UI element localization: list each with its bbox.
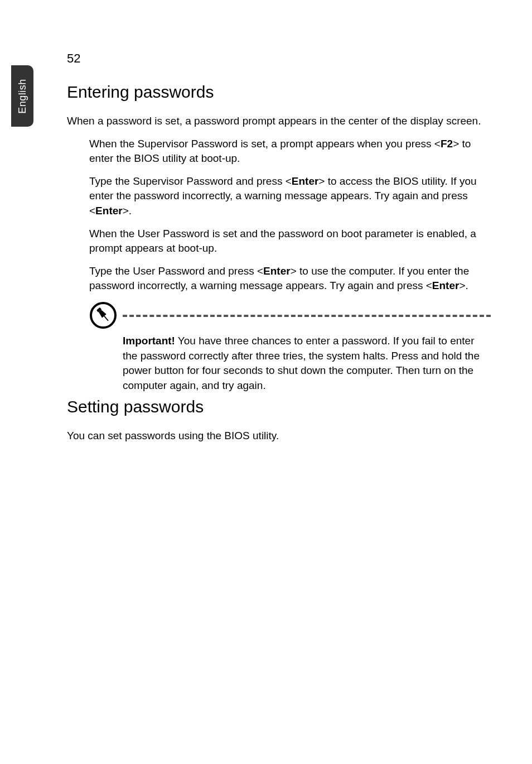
bullet-4: Type the User Password and press <Enter>… bbox=[89, 264, 491, 294]
key-enter: Enter bbox=[292, 175, 319, 187]
key-f2: F2 bbox=[441, 138, 453, 150]
bullet-3-text: When the User Password is set and the pa… bbox=[89, 227, 491, 256]
key-enter: Enter bbox=[432, 280, 460, 291]
bullet-3: When the User Password is set and the pa… bbox=[89, 227, 491, 256]
heading-setting-passwords: Setting passwords bbox=[67, 397, 491, 416]
bullet-4-text: Type the User Password and press <Enter>… bbox=[89, 264, 491, 294]
text-fragment: >. bbox=[459, 280, 468, 291]
intro-paragraph: When a password is set, a password promp… bbox=[67, 114, 491, 129]
key-enter: Enter bbox=[263, 265, 291, 277]
note-label: Important! bbox=[123, 335, 175, 347]
bullet-1: When the Supervisor Password is set, a p… bbox=[89, 137, 491, 166]
bullet-2-text: Type the Supervisor Password and press <… bbox=[89, 174, 491, 219]
page-root: English 52 Entering passwords When a pas… bbox=[0, 0, 532, 764]
setting-passwords-body: You can set passwords using the BIOS uti… bbox=[67, 429, 491, 444]
heading-entering-passwords: Entering passwords bbox=[67, 83, 491, 102]
content-area: Entering passwords When a password is se… bbox=[67, 78, 491, 451]
note-text: Important! You have three chances to ent… bbox=[123, 334, 491, 393]
pushpin-icon bbox=[89, 301, 117, 331]
dashed-divider bbox=[123, 315, 491, 317]
note-block bbox=[67, 301, 491, 330]
text-fragment: >. bbox=[123, 205, 132, 217]
text-fragment: Type the Supervisor Password and press < bbox=[89, 175, 292, 187]
note-body: You have three chances to enter a passwo… bbox=[123, 335, 480, 391]
language-tab: English bbox=[11, 65, 33, 127]
page-number: 52 bbox=[67, 51, 80, 66]
bullet-1-text: When the Supervisor Password is set, a p… bbox=[89, 137, 491, 166]
bullet-2: Type the Supervisor Password and press <… bbox=[89, 174, 491, 219]
language-label: English bbox=[17, 79, 28, 114]
svg-rect-2 bbox=[104, 316, 108, 321]
text-fragment: Type the User Password and press < bbox=[89, 265, 263, 277]
key-enter: Enter bbox=[95, 205, 123, 217]
text-fragment: When the Supervisor Password is set, a p… bbox=[89, 138, 441, 150]
